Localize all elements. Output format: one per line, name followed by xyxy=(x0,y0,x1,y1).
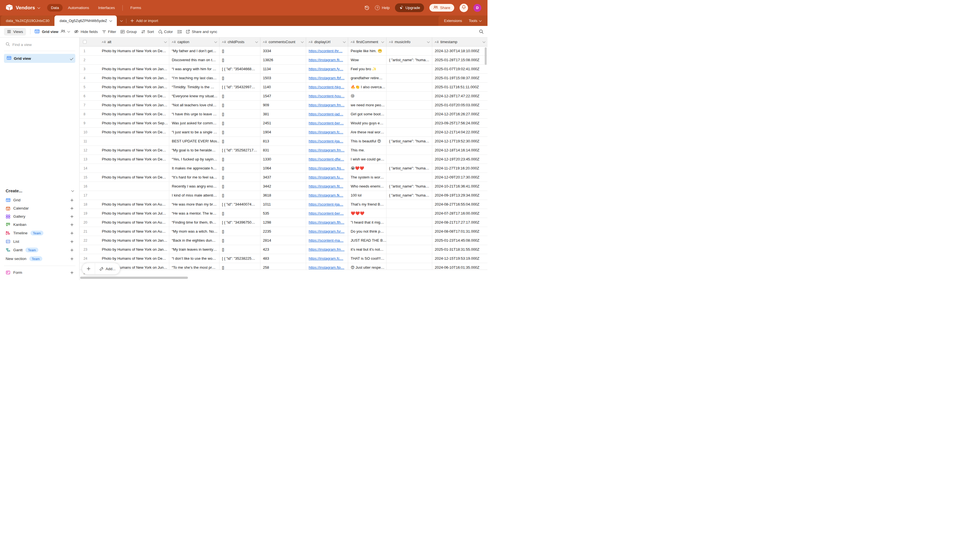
cell-firstComment[interactable]: THAT is SO cool!!!… xyxy=(348,254,387,263)
cell-childPosts[interactable]: [] xyxy=(219,227,260,236)
cell-caption[interactable]: “I’m teaching my last clas… xyxy=(169,73,219,82)
cell-timestamp[interactable]: 2025-01-19T15:08:37.000Z xyxy=(432,73,488,82)
cell-displayUrl[interactable]: https://instagram.fm… xyxy=(306,146,348,155)
cell-caption[interactable]: “I just want to be a single … xyxy=(169,128,219,137)
cell-childPosts[interactable]: [] xyxy=(219,119,260,127)
cell-commentsCount[interactable]: 13826 xyxy=(260,55,306,64)
cell-commentsCount[interactable]: 1904 xyxy=(260,128,306,137)
cell-musicInfo[interactable] xyxy=(387,155,432,163)
cell-childPosts[interactable]: [ { "id": "352582717… xyxy=(219,146,260,155)
create-item-list[interactable]: List xyxy=(4,237,75,246)
cell-commentsCount[interactable]: 909 xyxy=(260,101,306,109)
cell-displayUrl[interactable]: https://scontent-lhr… xyxy=(306,47,348,55)
cell-childPosts[interactable]: [] xyxy=(219,47,260,55)
column-header-musicInfo[interactable]: AmusicInfo xyxy=(387,38,432,46)
row-number[interactable]: 10 xyxy=(80,128,99,137)
cell-displayUrl[interactable]: https://instagram.fit… xyxy=(306,182,348,191)
add-or-import-button[interactable]: Add or import xyxy=(126,15,162,26)
select-all-checkbox[interactable] xyxy=(83,40,87,44)
cell-firstComment[interactable]: 😭❤️❤️ xyxy=(348,164,387,173)
cell-timestamp[interactable]: 2024-12-21T14:04:22.000Z xyxy=(432,128,488,137)
cell-musicInfo[interactable]: { "artist_name": "huma… xyxy=(387,55,432,64)
horizontal-scrollbar[interactable] xyxy=(80,277,188,279)
cell-commentsCount[interactable]: 1298 xyxy=(260,218,306,227)
filter-button[interactable]: Filter xyxy=(102,30,116,34)
cell-caption[interactable]: BEST UPDATE EVER! Mos… xyxy=(169,137,219,145)
cell-caption[interactable]: Was just asked for comm… xyxy=(169,119,219,127)
cell-caption[interactable]: “I don’t like to use the wo… xyxy=(169,254,219,263)
cell-displayUrl[interactable]: https://instagram.fk… xyxy=(306,191,348,200)
cell-timestamp[interactable]: 2024-12-28T17:47:22.000Z xyxy=(432,92,488,100)
row-number[interactable]: 11 xyxy=(80,137,99,145)
cell-displayUrl[interactable]: https://instagram.fu… xyxy=(306,173,348,182)
search-icon[interactable] xyxy=(479,29,484,34)
add-view-button[interactable] xyxy=(70,271,73,274)
cell-displayUrl[interactable]: https://instagram.fc… xyxy=(306,128,348,137)
find-view-input[interactable] xyxy=(12,43,60,47)
add-view-button[interactable] xyxy=(70,248,73,252)
cell-timestamp[interactable]: 2024-12-18T14:16:14.000Z xyxy=(432,146,488,155)
create-item-form[interactable]: Form xyxy=(4,268,75,277)
cell-alt[interactable] xyxy=(99,182,169,191)
cell-firstComment[interactable]: People like him. 😬 xyxy=(348,47,387,55)
cell-childPosts[interactable]: [] xyxy=(219,182,260,191)
history-icon[interactable] xyxy=(364,5,370,10)
table-tab-2-active[interactable]: data_Og5Zq6ZPNhWb5ydeZ xyxy=(55,15,117,26)
cell-musicInfo[interactable] xyxy=(387,47,432,55)
cell-firstComment[interactable]: "I heard that it mig… xyxy=(348,218,387,227)
cell-childPosts[interactable]: [ { "id": "35404668… xyxy=(219,65,260,73)
cell-musicInfo[interactable] xyxy=(387,200,432,209)
row-number[interactable]: 1 xyxy=(80,47,99,55)
cell-commentsCount[interactable]: 2451 xyxy=(260,119,306,127)
cell-musicInfo[interactable]: { "artist_name": "huma… xyxy=(387,191,432,200)
cell-firstComment[interactable]: I wish we could ge… xyxy=(348,155,387,163)
cell-firstComment[interactable]: That’s my friend B… xyxy=(348,200,387,209)
cell-commentsCount[interactable]: 3442 xyxy=(260,182,306,191)
cell-timestamp[interactable]: 2025-01-28T17:15:08.000Z xyxy=(432,55,488,64)
cell-timestamp[interactable]: 2025-01-03T20:05:03.000Z xyxy=(432,101,488,109)
cell-commentsCount[interactable]: 381 xyxy=(260,110,306,118)
cell-musicInfo[interactable] xyxy=(387,218,432,227)
row-number[interactable]: 14 xyxy=(80,164,99,173)
views-button[interactable]: Views xyxy=(4,28,26,35)
column-header-childPosts[interactable]: AchildPosts xyxy=(219,38,260,46)
create-item-new-section[interactable]: New sectionTeam xyxy=(4,254,75,263)
hide-fields-button[interactable]: Hide fields xyxy=(74,30,98,34)
table-tab-1[interactable]: data_YeJXCj519OJntxC30 xyxy=(1,15,55,26)
cell-displayUrl[interactable]: https://instagram.fm… xyxy=(306,101,348,109)
cell-childPosts[interactable]: [ { "id": "34396750… xyxy=(219,218,260,227)
cell-timestamp[interactable]: 2024-12-19T20:23:45.000Z xyxy=(432,155,488,163)
cell-timestamp[interactable]: 2025-01-11T16:51:11.000Z xyxy=(432,83,488,92)
cell-commentsCount[interactable]: 1330 xyxy=(260,155,306,163)
column-header-displayUrl[interactable]: AdisplayUrl xyxy=(306,38,348,46)
cell-caption[interactable]: Recently I was angry eno… xyxy=(169,182,219,191)
cell-musicInfo[interactable] xyxy=(387,128,432,137)
row-number[interactable]: 9 xyxy=(80,119,99,127)
cell-caption[interactable]: “He was more than my br… xyxy=(169,200,219,209)
cell-displayUrl[interactable]: https://scontent-iad… xyxy=(306,110,348,118)
tab-forms[interactable]: Forms xyxy=(127,4,145,12)
cell-musicInfo[interactable] xyxy=(387,83,432,92)
cell-musicInfo[interactable] xyxy=(387,101,432,109)
cell-commentsCount[interactable]: 1503 xyxy=(260,73,306,82)
cell-caption[interactable]: “My goal is to be heralde… xyxy=(169,146,219,155)
vertical-scrollbar[interactable] xyxy=(485,47,487,65)
add-with-ai-button[interactable]: Add... xyxy=(95,263,120,274)
cell-alt[interactable]: Photo by Humans of New York on Jan… xyxy=(99,236,169,245)
find-view-search[interactable] xyxy=(4,40,75,51)
group-button[interactable]: Group xyxy=(120,30,137,34)
cell-alt[interactable]: Photo by Humans of New York on Sep… xyxy=(99,119,169,127)
cell-alt[interactable]: Photo by Humans of New York on De… xyxy=(99,47,169,55)
cell-firstComment[interactable]: 😢 xyxy=(348,92,387,100)
cell-childPosts[interactable]: [] xyxy=(219,245,260,254)
cell-firstComment[interactable]: it’s real but it’s not… xyxy=(348,245,387,254)
row-number[interactable]: 8 xyxy=(80,110,99,118)
cell-childPosts[interactable]: [] xyxy=(219,155,260,163)
cell-childPosts[interactable]: [] xyxy=(219,128,260,137)
row-number[interactable]: 4 xyxy=(80,73,99,82)
extensions-button[interactable]: Extensions xyxy=(444,18,462,23)
row-number[interactable]: 2 xyxy=(80,55,99,64)
cell-firstComment[interactable]: Wow xyxy=(348,55,387,64)
cell-timestamp[interactable]: 2024-09-19T13:29:34.000Z xyxy=(432,191,488,200)
row-number[interactable]: 19 xyxy=(80,209,99,218)
